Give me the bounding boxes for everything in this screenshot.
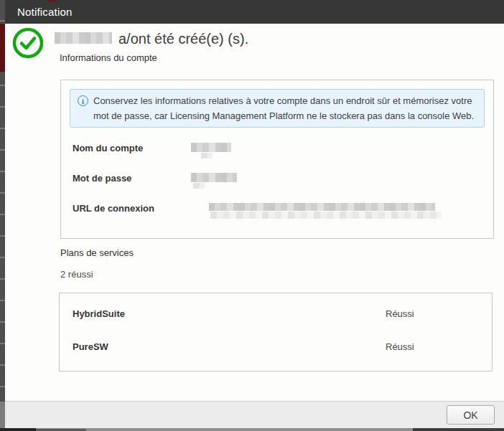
security-notice: i Conservez les informations relatives à… <box>70 89 485 128</box>
background-page-left-edge <box>0 0 5 431</box>
service-plans-summary: 2 réussi <box>60 269 504 280</box>
redacted-url-line1 <box>209 203 435 211</box>
security-notice-text: Conservez les informations relatives à v… <box>93 93 475 123</box>
login-url-label: URL de connexion <box>73 203 191 214</box>
result-heading-text: a/ont été créé(e) (s). <box>118 31 248 47</box>
field-row-account-name: Nom du compte <box>73 143 482 158</box>
redacted-password-value <box>191 173 237 182</box>
account-name-value <box>191 143 482 158</box>
dialog-footer: OK <box>5 401 504 428</box>
service-plans-title: Plans de services <box>60 247 504 258</box>
background-red-banner <box>0 24 5 72</box>
redacted-url-line2 <box>210 212 442 219</box>
background-bottom-text-fragment <box>0 428 36 431</box>
login-url-value <box>191 203 482 219</box>
background-bottom-text-fragment <box>413 428 504 431</box>
service-row: PureSW Réussi <box>73 341 492 352</box>
redacted-account-name-value <box>191 143 231 152</box>
dialog-titlebar: Notification <box>5 0 504 24</box>
service-status: Réussi <box>386 308 414 319</box>
dialog-title: Notification <box>17 6 73 18</box>
service-name: HybridSuite <box>73 308 386 319</box>
password-label: Mot de passe <box>73 173 191 184</box>
result-heading: a/ont été créé(e) (s). <box>55 31 494 47</box>
background-left-footer <box>0 402 5 431</box>
field-row-login-url: URL de connexion <box>73 203 482 219</box>
result-header: a/ont été créé(e) (s). Informations du c… <box>5 24 504 71</box>
account-name-label: Nom du compte <box>73 143 191 153</box>
info-icon: i <box>78 95 88 106</box>
service-name: PureSW <box>73 341 386 352</box>
background-page-bottom-edge <box>0 428 504 431</box>
redacted-account-name <box>55 32 112 44</box>
notification-dialog: Notification a/ont été créé(e) (s). Info… <box>5 0 504 428</box>
background-top-red-fragment <box>48 0 56 1</box>
success-check-icon <box>12 27 44 59</box>
result-header-text: a/ont été créé(e) (s). Informations du c… <box>55 27 494 71</box>
ok-button[interactable]: OK <box>447 405 495 425</box>
password-value <box>191 173 482 189</box>
service-status: Réussi <box>386 341 414 352</box>
service-plans-panel: HybridSuite Réussi PureSW Réussi <box>59 293 493 371</box>
redacted-fragment <box>201 153 213 158</box>
field-row-password: Mot de passe <box>73 173 482 188</box>
redacted-fragment <box>193 183 205 189</box>
dialog-body: a/ont été créé(e) (s). Informations du c… <box>5 24 504 401</box>
account-section-title: Informations du compte <box>60 52 494 63</box>
service-row: HybridSuite Réussi <box>73 308 492 319</box>
account-info-panel: i Conservez les informations relatives à… <box>60 80 494 239</box>
